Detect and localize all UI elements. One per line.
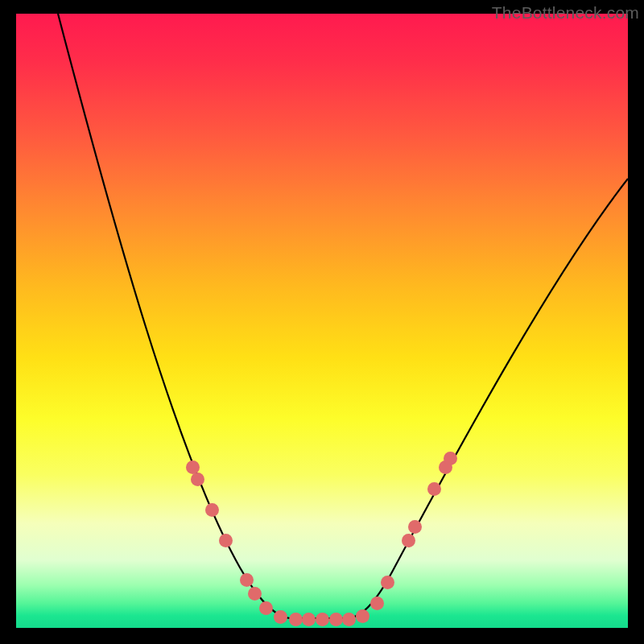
data-point-13 xyxy=(356,609,369,623)
data-point-8 xyxy=(289,613,303,626)
right-curve xyxy=(322,179,628,618)
data-point-9 xyxy=(302,613,316,626)
data-point-14 xyxy=(370,597,384,610)
data-point-17 xyxy=(408,520,422,534)
data-point-15 xyxy=(381,576,394,589)
data-point-12 xyxy=(342,613,356,626)
data-point-4 xyxy=(240,573,254,587)
data-point-10 xyxy=(316,613,329,626)
plot-area xyxy=(16,14,628,628)
data-point-6 xyxy=(259,601,273,615)
data-point-18 xyxy=(427,482,441,496)
data-point-7 xyxy=(274,610,287,624)
data-point-2 xyxy=(205,503,219,517)
curve-layer xyxy=(16,14,628,628)
data-point-20 xyxy=(444,452,457,465)
left-curve xyxy=(58,14,322,618)
data-point-1 xyxy=(191,473,204,486)
watermark-text: TheBottleneck.com xyxy=(492,3,639,23)
data-point-5 xyxy=(248,587,262,601)
data-point-3 xyxy=(219,534,233,547)
data-point-0 xyxy=(186,460,200,474)
data-point-16 xyxy=(402,534,415,547)
data-point-11 xyxy=(329,613,343,626)
